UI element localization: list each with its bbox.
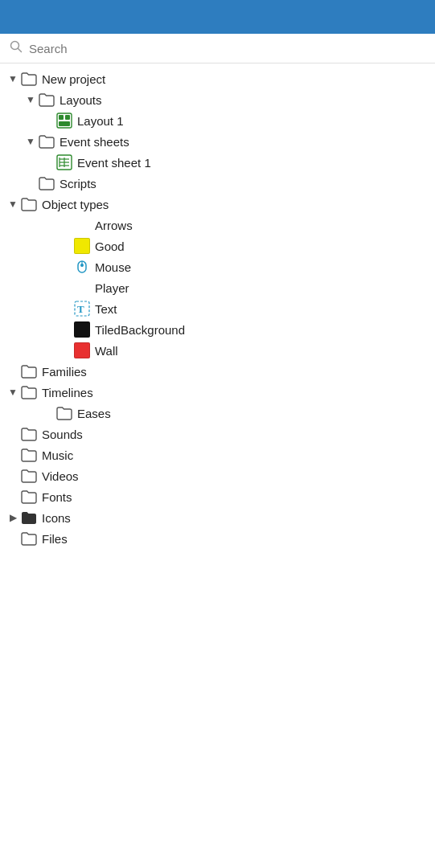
tree-item-event-sheets[interactable]: Event sheets	[0, 131, 435, 152]
tree-icon-sounds	[21, 426, 37, 442]
tree-item-object-types[interactable]: Object types	[0, 194, 435, 215]
tree-item-families[interactable]: Families	[0, 361, 435, 382]
tree-icon-object-types	[21, 196, 37, 212]
tree-item-videos[interactable]: Videos	[0, 465, 435, 486]
tree-arrow-layouts	[24, 93, 37, 106]
tree-label-families: Families	[42, 365, 87, 379]
tree-label-tiledbg: TiledBackground	[95, 323, 185, 337]
tree-icon-new-project	[21, 71, 37, 87]
tree-label-event-sheet1: Event sheet 1	[77, 156, 151, 170]
tree-item-fonts[interactable]: Fonts	[0, 486, 435, 507]
tree-label-layouts: Layouts	[60, 93, 102, 107]
tree-arrow-timelines	[6, 386, 19, 399]
tree-icon-wall	[74, 342, 90, 358]
svg-rect-4	[65, 115, 70, 120]
tree-label-player: Player	[95, 281, 129, 295]
tree-item-sounds[interactable]: Sounds	[0, 424, 435, 444]
tree-icon-tiledbg	[74, 321, 90, 338]
tree-icon-mouse	[74, 259, 90, 275]
tree-icon-eases	[56, 405, 72, 421]
search-icon	[10, 40, 23, 56]
tree-item-scripts[interactable]: Scripts	[0, 173, 435, 194]
tree-label-files: Files	[42, 532, 68, 546]
tree-arrow-event-sheets	[24, 135, 37, 148]
tree-label-new-project: New project	[42, 72, 105, 86]
tree-item-new-project[interactable]: New project	[0, 68, 435, 89]
svg-line-1	[18, 49, 22, 52]
project-window: New project Layouts Layout 1 Event sheet…	[0, 0, 435, 868]
tree-icon-event-sheet1	[56, 154, 72, 170]
tree-item-timelines[interactable]: Timelines	[0, 382, 435, 403]
tree-icon-files	[21, 530, 37, 547]
tree-label-sounds: Sounds	[42, 428, 83, 441]
tree-item-tiledbg[interactable]: TiledBackground	[0, 319, 435, 340]
tree-label-text: Text	[95, 302, 117, 316]
tree-label-event-sheets: Event sheets	[60, 135, 129, 149]
svg-text:T: T	[77, 303, 84, 315]
tree-label-timelines: Timelines	[42, 386, 93, 399]
close-button[interactable]	[417, 14, 424, 20]
tree-arrow-new-project	[6, 72, 19, 85]
tree-item-icons[interactable]: Icons	[0, 507, 435, 528]
tree-icon-player	[74, 280, 90, 296]
tree-label-videos: Videos	[42, 469, 79, 483]
tree-item-event-sheet1[interactable]: Event sheet 1	[0, 152, 435, 173]
title-bar	[0, 0, 435, 34]
tree-item-arrows[interactable]: Arrows	[0, 215, 435, 235]
tree-item-layouts[interactable]: Layouts	[0, 89, 435, 110]
search-input[interactable]	[29, 42, 425, 55]
tree-icon-layout1	[56, 113, 72, 129]
tree-icon-fonts	[21, 489, 37, 505]
tree-label-layout1: Layout 1	[77, 114, 124, 128]
tree-label-arrows: Arrows	[95, 219, 133, 232]
project-tree: New project Layouts Layout 1 Event sheet…	[0, 63, 435, 868]
svg-rect-5	[59, 121, 70, 126]
tree-icon-icons	[21, 510, 37, 526]
tree-icon-event-sheets	[39, 133, 55, 149]
tree-item-files[interactable]: Files	[0, 528, 435, 549]
tree-label-music: Music	[42, 448, 73, 462]
tree-icon-good	[74, 238, 90, 254]
tree-arrow-object-types	[6, 198, 19, 211]
tree-item-music[interactable]: Music	[0, 444, 435, 465]
tree-item-layout1[interactable]: Layout 1	[0, 110, 435, 131]
svg-point-14	[80, 264, 84, 267]
tree-label-icons: Icons	[42, 511, 71, 525]
tree-icon-music	[21, 447, 37, 463]
tree-arrow-icons	[6, 511, 19, 524]
tree-label-mouse: Mouse	[95, 260, 131, 274]
tree-item-text[interactable]: T Text	[0, 298, 435, 319]
tree-item-player[interactable]: Player	[0, 277, 435, 298]
tree-icon-families	[21, 363, 37, 379]
tree-icon-arrows	[74, 217, 90, 233]
tree-icon-timelines	[21, 384, 37, 400]
tree-label-object-types: Object types	[42, 198, 109, 211]
svg-rect-3	[59, 115, 64, 120]
tree-label-fonts: Fonts	[42, 490, 72, 504]
tree-label-eases: Eases	[77, 407, 111, 420]
tree-icon-layouts	[39, 92, 55, 108]
tree-icon-scripts	[39, 175, 55, 191]
tree-item-good[interactable]: Good	[0, 235, 435, 256]
tree-icon-videos	[21, 468, 37, 484]
tree-label-wall: Wall	[95, 344, 118, 358]
tree-item-mouse[interactable]: Mouse	[0, 256, 435, 277]
tree-item-eases[interactable]: Eases	[0, 403, 435, 424]
tree-label-good: Good	[95, 240, 125, 253]
search-bar	[0, 34, 435, 63]
tree-icon-text: T	[74, 301, 90, 317]
tree-item-wall[interactable]: Wall	[0, 340, 435, 361]
tree-label-scripts: Scripts	[60, 177, 96, 190]
